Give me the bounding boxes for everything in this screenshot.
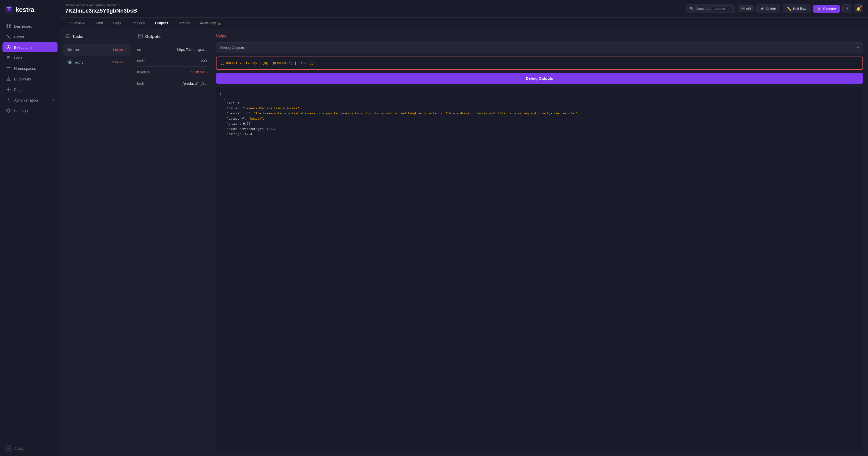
- output-key-body: body: [137, 81, 157, 85]
- tab-audit-logs[interactable]: Audit Logs 🔒: [195, 18, 226, 29]
- svg-rect-30: [66, 34, 67, 35]
- python-task-icon: Py: [67, 60, 72, 65]
- task-item-python[interactable]: Py python 3 items ›: [63, 57, 130, 68]
- svg-rect-16: [7, 57, 9, 58]
- svg-rect-17: [7, 59, 10, 59]
- sidebar-item-settings[interactable]: Settings: [2, 106, 58, 116]
- tab-topology[interactable]: Topology: [126, 18, 149, 29]
- debug-select-chevron: ▾: [857, 46, 859, 50]
- sidebar-item-flows[interactable]: Flows: [2, 32, 58, 42]
- sidebar-bottom: « 0.18.1: [0, 441, 60, 456]
- plugins-icon: [6, 87, 11, 92]
- tabs-bar: Overview Gantt Logs Topology Outputs Met…: [60, 18, 868, 29]
- tab-gantt[interactable]: Gantt: [90, 18, 107, 29]
- svg-rect-8: [6, 35, 8, 36]
- api-button[interactable]: API API: [738, 5, 754, 12]
- output-value-code[interactable]: 200: [160, 59, 207, 63]
- sidebar-item-executions-label: Executions: [14, 45, 32, 50]
- tab-metrics[interactable]: Metrics: [174, 18, 194, 29]
- delete-label: Delete: [766, 7, 776, 11]
- svg-point-22: [8, 80, 9, 81]
- sidebar-item-blueprints[interactable]: Blueprints: [2, 74, 58, 84]
- svg-rect-32: [66, 36, 67, 37]
- executions-icon: [6, 45, 11, 50]
- notifications-button[interactable]: 🔔: [854, 4, 863, 13]
- output-value-uri[interactable]: https://dummyjso...: [160, 48, 207, 52]
- json-output-display: [ { "id": 1, "title": "Essence Mascara L…: [216, 87, 863, 452]
- headers-chevron: ›: [206, 70, 207, 74]
- jump-to-search[interactable]: 🔍 Jump to... Ctrl/Cmd + K: [686, 4, 735, 13]
- settings-icon: [6, 108, 11, 113]
- page-title: 7KZlmLc3rxz5Y0gbNn3bsB: [65, 7, 137, 14]
- svg-rect-34: [66, 37, 67, 38]
- task-item-api[interactable]: API api 4 items ›: [63, 44, 130, 56]
- api-icon: API: [740, 7, 745, 10]
- task-python-badge: 3 items: [113, 61, 123, 64]
- debug-select-label: Debug Outputs: [220, 46, 244, 50]
- debug-outputs-select[interactable]: Debug Outputs ▾: [216, 42, 863, 53]
- headers-items-count: 21 items: [191, 70, 205, 74]
- search-icon: 🔍: [690, 7, 694, 10]
- output-value-body[interactable]: {"products":[{"i...: [160, 81, 207, 85]
- svg-rect-7: [9, 26, 10, 28]
- svg-rect-5: [9, 24, 10, 26]
- output-value-headers[interactable]: 21 items ›: [160, 70, 207, 74]
- svg-rect-4: [6, 24, 8, 26]
- task-api-badge: 4 items: [113, 48, 123, 52]
- sidebar-item-blueprints-label: Blueprints: [14, 77, 31, 81]
- flows-icon: [6, 34, 11, 39]
- value-panel: Value Debug Outputs ▾ {{ outputs.api.bod…: [211, 29, 868, 456]
- sidebar-item-namespaces[interactable]: Namespaces: [2, 63, 58, 74]
- output-row-body: body {"products":[{"i...: [137, 78, 207, 89]
- svg-point-14: [8, 47, 9, 48]
- sidebar-item-flows-label: Flows: [14, 35, 24, 39]
- sidebar-item-plugins[interactable]: Plugins: [2, 84, 58, 94]
- api-label: API: [746, 7, 751, 10]
- sidebar-item-administration[interactable]: Administration ›: [2, 95, 58, 105]
- tab-outputs-label: Outputs: [155, 21, 168, 25]
- notification-dot: [860, 5, 862, 7]
- api-task-icon: API: [67, 47, 72, 53]
- value-panel-title: Value: [216, 34, 863, 38]
- tasks-panel: Tasks API api 4 items ›: [60, 29, 133, 456]
- output-row-uri: uri https://dummyjso...: [137, 44, 207, 55]
- output-row-headers: headers 21 items ›: [137, 67, 207, 78]
- tab-overview[interactable]: Overview: [65, 18, 89, 29]
- delete-icon: 🗑: [761, 7, 764, 11]
- svg-rect-15: [7, 56, 10, 57]
- debug-outputs-button[interactable]: Debug Outputs: [216, 73, 863, 84]
- output-key-code: code: [137, 59, 157, 63]
- tab-logs[interactable]: Logs: [109, 18, 125, 29]
- execute-button[interactable]: ⚡ Execute: [813, 5, 840, 13]
- edit-flow-button[interactable]: ✏️ Edit flow: [783, 4, 810, 13]
- tab-audit-logs-label: Audit Logs: [200, 21, 217, 25]
- debug-input-text[interactable]: {{ outputs.api.body | jq('.products') | …: [220, 61, 859, 66]
- sidebar-item-dashboard[interactable]: Dashboard: [2, 21, 58, 31]
- namespaces-icon: [6, 66, 11, 71]
- help-icon: ?: [846, 6, 848, 11]
- task-api-label: api: [75, 48, 110, 52]
- delete-button[interactable]: 🗑 Delete: [756, 4, 780, 13]
- sidebar-item-executions[interactable]: Executions: [2, 42, 58, 52]
- breadcrumb: Flows / company.team.getting_started_c: [65, 3, 137, 7]
- sidebar-item-namespaces-label: Namespaces: [14, 66, 36, 70]
- output-key-headers: headers: [137, 70, 157, 74]
- task-list: API api 4 items › Py python: [60, 43, 133, 70]
- svg-rect-33: [67, 36, 69, 36]
- outputs-panel-title: Outputs: [145, 34, 160, 39]
- help-button[interactable]: ?: [842, 4, 851, 13]
- edit-icon: ✏️: [787, 7, 791, 11]
- outputs-header-icon: [138, 34, 143, 39]
- content-area: Tasks API api 4 items ›: [60, 29, 868, 456]
- topbar-actions: 🔍 Jump to... Ctrl/Cmd + K API API 🗑 Dele…: [686, 4, 863, 13]
- svg-text:API: API: [68, 49, 72, 51]
- collapse-sidebar-button[interactable]: «: [5, 445, 12, 452]
- tab-logs-label: Logs: [113, 21, 121, 25]
- sidebar-item-logs-label: Logs: [14, 56, 22, 60]
- svg-rect-9: [8, 36, 9, 37]
- sidebar-item-logs[interactable]: Logs: [2, 53, 58, 63]
- main-area: Flows / company.team.getting_started_c 7…: [60, 0, 868, 456]
- tab-outputs[interactable]: Outputs: [150, 18, 173, 29]
- search-shortcut: Ctrl/Cmd + K: [712, 6, 732, 11]
- svg-text:Py: Py: [68, 61, 71, 64]
